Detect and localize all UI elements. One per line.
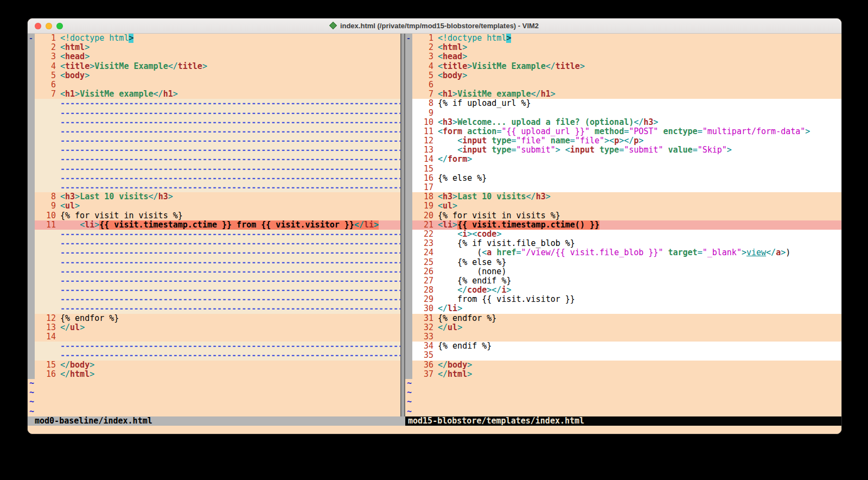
diff-filler-line[interactable]: ----------------------------------------… — [28, 258, 400, 267]
code-line[interactable]: 32</ul> — [405, 323, 841, 332]
fold-column — [405, 183, 412, 192]
code-line[interactable]: 21<li>{{ visit.timestamp.ctime() }} — [405, 220, 841, 230]
code-line[interactable]: 4<title>VisitMe Example</title> — [405, 62, 841, 71]
code-line[interactable]: 12{% endfor %} — [28, 314, 400, 323]
deleted-line-dashes: ----------------------------------------… — [60, 99, 400, 108]
code-line[interactable]: 2<html> — [405, 43, 841, 52]
diff-filler-line[interactable]: ----------------------------------------… — [28, 286, 400, 295]
code-line[interactable]: -1<!doctype html> — [405, 34, 841, 43]
code-line[interactable]: 25 {% else %} — [405, 258, 841, 267]
empty-buffer-line[interactable]: ~ — [28, 388, 400, 397]
fold-column — [405, 174, 412, 183]
code-line[interactable]: 31{% endfor %} — [405, 314, 841, 323]
code-line[interactable]: 15</body> — [28, 361, 400, 370]
code-line[interactable]: 23 {% if visit.file_blob %} — [405, 239, 841, 248]
code-line[interactable]: 11<form action="{{ upload_url }}" method… — [405, 127, 841, 136]
code-line[interactable]: 6 — [28, 80, 400, 90]
code-line[interactable]: 3<head> — [28, 52, 400, 61]
diff-filler-line[interactable]: ----------------------------------------… — [28, 342, 400, 351]
diff-filler-line[interactable]: ----------------------------------------… — [28, 230, 400, 239]
diff-filler-line[interactable]: ----------------------------------------… — [28, 248, 400, 257]
code-line[interactable]: 33 — [405, 332, 841, 342]
code-line[interactable]: 17 — [405, 183, 841, 192]
code-line[interactable]: 36</body> — [405, 361, 841, 370]
empty-buffer-line[interactable]: ~ — [28, 379, 400, 388]
diff-filler-line[interactable]: ----------------------------------------… — [28, 174, 400, 183]
empty-buffer-line[interactable]: ~ — [28, 397, 400, 407]
code-line[interactable]: 5<body> — [28, 71, 400, 80]
deleted-line-dashes: ----------------------------------------… — [60, 165, 400, 174]
diff-filler-line[interactable]: ----------------------------------------… — [28, 136, 400, 146]
code-line[interactable]: 29 from {{ visit.visitor }} — [405, 295, 841, 304]
diff-filler-line[interactable]: ----------------------------------------… — [28, 351, 400, 360]
empty-buffer-line[interactable]: ~ — [405, 379, 841, 388]
diff-filler-line[interactable]: ----------------------------------------… — [28, 109, 400, 118]
code-line[interactable]: 9 — [405, 109, 841, 118]
line-text: {% endif %} — [438, 276, 841, 286]
code-line[interactable]: 10{% for visit in visits %} — [28, 211, 400, 220]
diff-filler-line[interactable]: ----------------------------------------… — [28, 127, 400, 136]
code-line[interactable]: 10<h3>Welcome... upload a file? (optiona… — [405, 118, 841, 127]
diff-filler-line[interactable]: ----------------------------------------… — [28, 146, 400, 155]
code-line[interactable]: 34{% endif %} — [405, 342, 841, 351]
empty-buffer-line[interactable]: ~ — [405, 388, 841, 397]
code-line[interactable]: 14</form> — [405, 155, 841, 164]
code-line[interactable]: 35 — [405, 351, 841, 360]
code-line[interactable]: 3<head> — [405, 52, 841, 61]
diff-filler-line[interactable]: ----------------------------------------… — [28, 276, 400, 286]
code-line[interactable]: 14 — [28, 332, 400, 342]
code-line[interactable]: 30</li> — [405, 304, 841, 313]
code-line[interactable]: 13</ul> — [28, 323, 400, 332]
code-line[interactable]: 15 — [405, 165, 841, 174]
code-line[interactable]: 2<html> — [28, 43, 400, 52]
code-line[interactable]: 6 — [405, 80, 841, 90]
minimize-button[interactable] — [46, 23, 52, 29]
diff-filler-line[interactable]: ----------------------------------------… — [28, 165, 400, 174]
code-line[interactable]: 24 (<a href="/view/{{ visit.file_blob }}… — [405, 248, 841, 257]
diff-filler-line[interactable]: ----------------------------------------… — [28, 304, 400, 313]
code-line[interactable]: 28 </code></i> — [405, 286, 841, 295]
line-text: ----------------------------------------… — [60, 258, 400, 267]
line-text: ----------------------------------------… — [60, 155, 400, 164]
command-line[interactable] — [28, 426, 841, 434]
code-line[interactable]: -1<!doctype html> — [28, 34, 400, 43]
empty-buffer-line[interactable]: ~ — [405, 407, 841, 416]
code-line[interactable]: 7<h1>VisitMe example</h1> — [28, 90, 400, 99]
diff-filler-line[interactable]: ----------------------------------------… — [28, 118, 400, 127]
code-line[interactable]: 12 <input type="file" name="file"><p></p… — [405, 136, 841, 146]
line-number: 35 — [412, 351, 433, 360]
line-text: <h3>Last 10 visits</h3> — [60, 192, 400, 201]
diff-filler-line[interactable]: ----------------------------------------… — [28, 183, 400, 192]
code-line[interactable]: 4<title>VisitMe Example</title> — [28, 62, 400, 71]
code-line[interactable]: 11 <li>{{ visit.timestamp.ctime }} from … — [28, 220, 400, 230]
zoom-button[interactable] — [56, 23, 63, 29]
code-line[interactable]: 16</html> — [28, 370, 400, 379]
code-line[interactable]: 19<ul> — [405, 201, 841, 211]
diff-filler-line[interactable]: ----------------------------------------… — [28, 155, 400, 164]
empty-buffer-line[interactable]: ~ — [405, 397, 841, 407]
code-line[interactable]: 13 <input type="submit"> <input type="su… — [405, 146, 841, 155]
code-line[interactable]: 8<h3>Last 10 visits</h3> — [28, 192, 400, 201]
empty-buffer-line[interactable]: ~ — [28, 407, 400, 416]
code-line[interactable]: 37</html> — [405, 370, 841, 379]
line-number — [35, 258, 56, 267]
code-line[interactable]: 16{% else %} — [405, 174, 841, 183]
code-line[interactable]: 26 (none) — [405, 267, 841, 276]
code-line[interactable]: 20{% for visit in visits %} — [405, 211, 841, 220]
diff-filler-line[interactable]: ----------------------------------------… — [28, 99, 400, 108]
code-line[interactable]: 9<ul> — [28, 201, 400, 211]
close-button[interactable] — [35, 23, 41, 29]
code-line[interactable]: 5<body> — [405, 71, 841, 80]
window-separator[interactable] — [400, 34, 405, 416]
diff-filler-line[interactable]: ----------------------------------------… — [28, 239, 400, 248]
diff-filler-line[interactable]: ----------------------------------------… — [28, 267, 400, 276]
code-line[interactable]: 22 <i><code> — [405, 230, 841, 239]
fold-column — [28, 118, 35, 127]
code-line[interactable]: 18<h3>Last 10 visits</h3> — [405, 192, 841, 201]
code-line[interactable]: 27 {% endif %} — [405, 276, 841, 286]
code-line[interactable]: 7<h1>VisitMe example</h1> — [405, 90, 841, 99]
code-line[interactable]: 8{% if upload_url %} — [405, 99, 841, 108]
diff-filler-line[interactable]: ----------------------------------------… — [28, 295, 400, 304]
line-number — [35, 342, 56, 351]
titlebar[interactable]: index.html (/private/tmp/mod15-blobstore… — [28, 18, 841, 34]
